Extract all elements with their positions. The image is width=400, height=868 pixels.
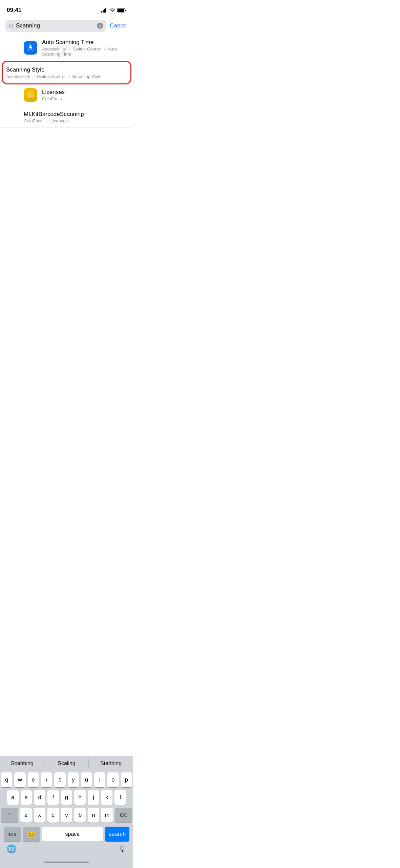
accessibility-icon (24, 41, 37, 55)
result-subtitle-mlkit: CoinFacts → Licenses (24, 118, 128, 123)
coin-emoji: 🪙 (26, 91, 35, 99)
results-list: Auto Scanning Time Accessibility → Switc… (0, 35, 133, 128)
result-item-mlkit[interactable]: MLKitBarcodeScanning CoinFacts → License… (0, 106, 133, 128)
result-item-licenses[interactable]: 🪙 Licenses CoinFacts (0, 84, 133, 106)
result-title-mlkit: MLKitBarcodeScanning (24, 111, 128, 118)
svg-rect-3 (105, 8, 106, 13)
result-title-scanning-style: Scanning Style (6, 66, 127, 74)
wifi-icon (109, 8, 115, 13)
result-text-mlkit: MLKitBarcodeScanning CoinFacts → License… (24, 111, 128, 123)
coinfacts-icon: 🪙 (24, 88, 37, 102)
svg-point-8 (30, 44, 31, 46)
status-icons (101, 8, 126, 13)
result-item-scanning-style[interactable]: Scanning Style Accessibility → Switch Co… (3, 62, 130, 83)
result-text-auto-scanning-time: Auto Scanning Time Accessibility → Switc… (42, 39, 128, 57)
result-subtitle: Accessibility → Switch Control → Auto Sc… (42, 46, 128, 57)
search-icon (9, 23, 14, 28)
result-title-licenses: Licenses (42, 88, 128, 96)
status-time: 09:41 (7, 7, 21, 14)
result-text-scanning-style: Scanning Style Accessibility → Switch Co… (6, 66, 127, 79)
result-title: Auto Scanning Time (42, 39, 128, 46)
result-item-auto-scanning-time[interactable]: Auto Scanning Time Accessibility → Switc… (0, 35, 133, 61)
result-subtitle-licenses: CoinFacts (42, 96, 128, 101)
result-text-licenses: Licenses CoinFacts (42, 88, 128, 101)
svg-line-7 (13, 27, 14, 28)
signal-icon (101, 8, 107, 13)
svg-rect-1 (103, 10, 104, 13)
cancel-button[interactable]: Cancel (110, 22, 128, 29)
svg-rect-5 (118, 9, 124, 12)
search-bar-row: Scanning ✕ Cancel (0, 17, 133, 35)
result-subtitle-scanning-style: Accessibility → Switch Control → Scannin… (6, 74, 127, 79)
svg-rect-2 (104, 9, 105, 13)
battery-icon (117, 8, 126, 13)
accessibility-person-icon (26, 44, 35, 52)
status-bar: 09:41 (0, 0, 133, 17)
search-input[interactable]: Scanning (16, 22, 95, 29)
svg-rect-0 (101, 11, 102, 13)
clear-search-button[interactable]: ✕ (97, 23, 103, 29)
search-input-wrap[interactable]: Scanning ✕ (5, 20, 106, 32)
